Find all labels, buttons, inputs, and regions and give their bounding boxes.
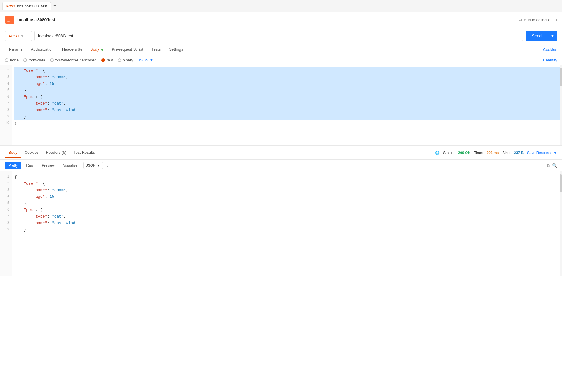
method-label: POST: [9, 34, 19, 38]
format-tab-pretty[interactable]: Pretty: [5, 162, 21, 169]
format-tab-visualize[interactable]: Visualize: [59, 162, 81, 169]
tab-bar: POST localhost:8080/test + ···: [0, 0, 562, 12]
option-raw[interactable]: raw: [101, 58, 113, 62]
option-raw-label: raw: [107, 58, 113, 62]
request-title: localhost:8080/test: [17, 17, 515, 22]
resp-scrollbar-thumb[interactable]: [560, 174, 562, 192]
resp-line-9: }: [14, 227, 562, 233]
send-button-group: Send ▼: [526, 31, 557, 41]
time-value: 303 ms: [487, 151, 499, 155]
json-chevron-icon: ▼: [150, 58, 154, 62]
url-bar: POST ▼ Send ▼: [0, 28, 562, 44]
add-to-collection-button[interactable]: 🗂 Add to collection: [518, 18, 552, 22]
resp-json-label: JSON: [86, 163, 96, 168]
collection-icon: 🗂: [518, 18, 522, 22]
send-dropdown-button[interactable]: ▼: [548, 31, 557, 40]
method-select[interactable]: POST ▼: [5, 31, 32, 41]
response-code-content[interactable]: { "user": { "name": "adam", "age": 15 },…: [12, 171, 562, 276]
request-code-content[interactable]: "user": { "name": "adam", "age": 15 }, "…: [12, 65, 562, 145]
copy-button[interactable]: ⧉: [547, 163, 550, 168]
resp-line-3: "name": "adam",: [14, 187, 562, 194]
status-value: 200 OK: [458, 151, 470, 155]
option-none-label: none: [10, 58, 19, 62]
resp-tab-headers[interactable]: Headers (5): [42, 148, 70, 158]
response-json-select[interactable]: JSON ▼: [83, 162, 103, 169]
svg-rect-3: [7, 21, 10, 22]
radio-urlencoded: [50, 58, 54, 62]
response-format-bar: Pretty Raw Preview Visualize JSON ▼ ⇌ ⧉ …: [0, 160, 562, 171]
tab-body[interactable]: Body: [86, 44, 107, 55]
tab-pre-request-script[interactable]: Pre-request Script: [107, 44, 147, 55]
resp-line-1: {: [14, 174, 562, 180]
json-format-select[interactable]: JSON ▼: [138, 58, 154, 62]
option-none[interactable]: none: [5, 58, 19, 62]
request-code-editor[interactable]: 2 3 4 5 6 7 8 9 10 "user": { "name": "ad…: [0, 65, 562, 146]
tab-params[interactable]: Params: [5, 44, 27, 55]
search-button[interactable]: 🔍: [552, 163, 557, 168]
save-response-button[interactable]: Save Response ▼: [527, 151, 557, 155]
response-right-icons: ⧉ 🔍: [547, 163, 557, 168]
globe-icon: 🌐: [435, 151, 440, 155]
time-label: Time:: [474, 151, 483, 155]
url-input[interactable]: [34, 31, 523, 41]
req-line-2: "user": {: [14, 67, 562, 74]
option-form-data[interactable]: form-data: [23, 58, 45, 62]
radio-form-data: [23, 58, 27, 62]
resp-line-6: "pet": {: [14, 207, 562, 213]
req-line-3: "name": "adam",: [14, 74, 562, 81]
req-scrollbar-track[interactable]: [560, 65, 562, 145]
new-tab-button[interactable]: +: [51, 1, 59, 10]
option-binary[interactable]: binary: [118, 58, 133, 62]
resp-line-4: "age": 15: [14, 194, 562, 200]
active-tab[interactable]: POST localhost:8080/test: [2, 2, 51, 10]
resp-scrollbar-track[interactable]: [560, 171, 562, 276]
tab-tests[interactable]: Tests: [147, 44, 165, 55]
radio-none: [5, 58, 8, 62]
response-status-area: 🌐 Status: 200 OK Time: 303 ms Size: 237 …: [435, 151, 557, 155]
radio-binary: [118, 58, 121, 62]
status-label: Status:: [443, 151, 454, 155]
req-scrollbar-thumb[interactable]: [560, 68, 562, 86]
resp-line-8: "name": "east wind": [14, 220, 562, 227]
more-tabs-button[interactable]: ···: [59, 2, 68, 10]
add-collection-label: Add to collection: [524, 18, 552, 22]
option-binary-label: binary: [123, 58, 133, 62]
format-tab-raw[interactable]: Raw: [23, 162, 37, 169]
json-select-label: JSON: [138, 58, 149, 62]
resp-json-chevron-icon: ▼: [97, 163, 100, 168]
postman-icon: [5, 15, 14, 25]
svg-rect-1: [7, 19, 12, 19]
response-header: Body Cookies Headers (5) Test Results 🌐 …: [0, 146, 562, 160]
beautify-button[interactable]: Beautify: [543, 58, 557, 62]
tab-headers[interactable]: Headers (8): [58, 44, 86, 55]
req-line-7: "type": "cat",: [14, 100, 562, 107]
request-tabs-nav: Params Authorization Headers (8) Body Pr…: [0, 44, 562, 55]
radio-raw: [101, 58, 105, 62]
svg-rect-2: [7, 20, 11, 20]
req-line-5: },: [14, 87, 562, 94]
resp-tab-cookies[interactable]: Cookies: [21, 148, 42, 158]
size-label: Size:: [502, 151, 510, 155]
tab-method-badge: POST: [6, 4, 15, 8]
tab-authorization[interactable]: Authorization: [27, 44, 58, 55]
filter-button[interactable]: ⇌: [104, 162, 113, 169]
req-line-8: "name": "east wind": [14, 107, 562, 114]
req-line-9: }: [14, 114, 562, 120]
resp-tab-test-results[interactable]: Test Results: [70, 148, 98, 158]
cookies-link[interactable]: Cookies: [543, 47, 557, 52]
response-code-editor[interactable]: 1 2 3 4 5 6 7 8 9 { "user": { "name": "a…: [0, 171, 562, 276]
resp-tab-body[interactable]: Body: [5, 148, 21, 158]
req-line-4: "age": 15: [14, 81, 562, 87]
body-options-bar: none form-data x-www-form-urlencoded raw…: [0, 55, 562, 65]
collapse-button[interactable]: ›: [556, 17, 557, 22]
req-line-10: }: [14, 120, 562, 127]
send-button[interactable]: Send: [526, 31, 548, 41]
resp-line-7: "type": "cat",: [14, 213, 562, 220]
option-urlencoded-label: x-www-form-urlencoded: [55, 58, 97, 62]
option-urlencoded[interactable]: x-www-form-urlencoded: [50, 58, 97, 62]
request-line-numbers: 2 3 4 5 6 7 8 9 10: [0, 65, 12, 145]
format-tab-preview[interactable]: Preview: [38, 162, 58, 169]
body-dot: [101, 49, 103, 51]
headers-badge: (8): [78, 48, 82, 51]
tab-settings[interactable]: Settings: [165, 44, 187, 55]
